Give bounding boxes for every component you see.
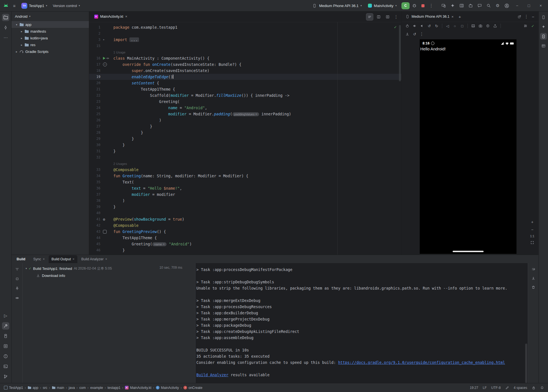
tree-item-res[interactable]: ▸res bbox=[12, 41, 89, 48]
nav-home-icon[interactable]: ○ bbox=[452, 23, 458, 29]
inspect-icon[interactable] bbox=[14, 295, 21, 301]
editor-scrollbar[interactable] bbox=[399, 25, 401, 81]
download-icon[interactable] bbox=[404, 31, 411, 37]
caret-position-widget[interactable]: 19:27 bbox=[470, 386, 478, 390]
breadcrumb-com[interactable]: com bbox=[79, 386, 86, 390]
code-line[interactable]: 18 super.onCreate(savedInstanceState) bbox=[89, 68, 401, 74]
code-line[interactable]: 17↑ override fun onCreate(savedInstanceS… bbox=[89, 61, 401, 68]
tree-item-manifests[interactable]: ▸manifests bbox=[12, 28, 89, 35]
inspections-ok-icon[interactable]: ✓ bbox=[394, 25, 397, 29]
code-line[interactable]: 15 bbox=[89, 43, 401, 49]
commit-tool-icon[interactable] bbox=[2, 24, 9, 31]
code-line[interactable]: 29 } bbox=[89, 136, 401, 142]
code-line[interactable]: 16<>class MainActivity : ComponentActivi… bbox=[89, 55, 401, 61]
more-tool-windows-icon[interactable]: ⋯ bbox=[2, 34, 9, 41]
layout-columns-icon[interactable] bbox=[458, 2, 465, 9]
close-tab-icon[interactable]: × bbox=[105, 257, 107, 261]
zoom-in-icon[interactable]: + bbox=[529, 219, 535, 225]
console-line[interactable]: > Task :app:createDebugApkListingFileRed… bbox=[196, 328, 528, 335]
volume-down-icon[interactable] bbox=[419, 23, 425, 29]
chevron-right-icon[interactable]: ▸ bbox=[19, 30, 24, 33]
running-devices-tool-icon[interactable] bbox=[540, 33, 547, 40]
run-class-gutter-icon[interactable] bbox=[103, 57, 105, 60]
console-line[interactable]: BUILD SUCCESSFUL in 10s bbox=[196, 347, 528, 353]
zoom-level-label[interactable]: 1:1 bbox=[530, 234, 534, 238]
chevron-right-icon[interactable]: ▸ bbox=[19, 37, 24, 40]
window-close-button[interactable]: × bbox=[536, 1, 546, 10]
run-tool-icon[interactable]: ▷ bbox=[2, 312, 9, 319]
filter-icon[interactable] bbox=[14, 266, 21, 273]
console-line[interactable]: > Task :app:mergeProjectDexDebug bbox=[196, 316, 528, 322]
console-line[interactable]: Consider enabling configuration cache to… bbox=[196, 359, 528, 366]
console-line[interactable]: > Task :app:processDebugResources bbox=[196, 304, 528, 310]
device-selector[interactable]: Medium Phone API 36.1 ▾ bbox=[309, 1, 364, 10]
console-scrollbar[interactable] bbox=[525, 344, 527, 383]
version-control-tool-icon[interactable] bbox=[2, 373, 9, 380]
snapshot-icon[interactable] bbox=[470, 23, 477, 29]
soft-wrap-icon[interactable] bbox=[530, 266, 537, 273]
terminal-tool-icon[interactable] bbox=[2, 363, 9, 370]
chevron-right-icon[interactable]: ▸ bbox=[14, 50, 19, 53]
editor-tab-mainactivity[interactable]: K MainActivity.kt × bbox=[91, 12, 130, 22]
code-line[interactable]: 38 ) bbox=[89, 198, 401, 204]
code-inlay-row[interactable]: 2 Usages bbox=[89, 160, 401, 167]
encoding-widget[interactable]: UTF-8 bbox=[491, 386, 501, 390]
breadcrumb-mainactivity[interactable]: CMainActivity bbox=[156, 386, 179, 390]
console-line[interactable]: > Task :app:dexBuilderDebug bbox=[196, 310, 528, 316]
code-line[interactable]: 23 Greeting( bbox=[89, 98, 401, 105]
close-tab-icon[interactable]: × bbox=[125, 14, 127, 19]
design-view-button[interactable] bbox=[384, 13, 391, 21]
console-line[interactable]: > Task :app:processDebugManifestForPacka… bbox=[196, 266, 528, 273]
tab-build-output[interactable]: Build Output× bbox=[49, 255, 77, 263]
logcat-tool-icon[interactable] bbox=[2, 332, 9, 340]
compose-gutter-icon[interactable]: <> bbox=[106, 55, 109, 61]
code-line[interactable]: 25 modifier = Modifier.padding(paddingVa… bbox=[89, 111, 401, 117]
code-line[interactable]: 34fun Greeting(name: String, modifier: M… bbox=[89, 173, 401, 179]
device-manager-tool-icon[interactable] bbox=[540, 14, 547, 21]
console-link[interactable]: https://docs.gradle.org/9.1.0/userguide/… bbox=[338, 360, 505, 365]
code-line[interactable]: 22 Scaffold(modifier = Modifier.fillMaxS… bbox=[89, 92, 401, 98]
camera-icon[interactable] bbox=[477, 23, 484, 29]
tab-build-analyzer[interactable]: Build Analyzer× bbox=[78, 255, 110, 263]
vcs-widget[interactable]: Version control ▾ bbox=[51, 1, 82, 10]
build-tool-icon[interactable] bbox=[2, 322, 9, 330]
console-line[interactable] bbox=[196, 366, 528, 372]
code-line[interactable]: 39} bbox=[89, 204, 401, 210]
code-inlay-row[interactable]: 1 Usage bbox=[89, 49, 401, 55]
debug-button[interactable] bbox=[411, 2, 418, 9]
code-line[interactable]: 40 bbox=[89, 210, 401, 216]
breadcrumb-app[interactable]: app bbox=[28, 386, 38, 390]
console-line[interactable]: > Task :app:assembleDebug bbox=[196, 335, 528, 341]
code-line[interactable]: 19 enableEdgeToEdge() bbox=[89, 74, 401, 80]
console-line[interactable]: > Task :app:stripDebugDebugSymbols bbox=[196, 279, 528, 285]
code-view-button[interactable] bbox=[366, 13, 373, 21]
code-line[interactable]: 20 setContent { bbox=[89, 80, 401, 86]
nav-overview-icon[interactable]: □ bbox=[459, 23, 466, 29]
window-maximize-button[interactable]: □ bbox=[524, 1, 534, 10]
breadcrumb-mainactivity-kt[interactable]: KMainActivity.kt bbox=[125, 386, 151, 390]
clear-console-icon[interactable] bbox=[530, 284, 537, 291]
console-line[interactable] bbox=[196, 273, 528, 279]
window-minimize-button[interactable]: − bbox=[512, 1, 522, 10]
emulator-screen[interactable]: 8:16 Hello Android! bbox=[420, 39, 516, 254]
zoom-out-icon[interactable]: − bbox=[529, 227, 535, 232]
breadcrumb-testapp1[interactable]: TestApp1 bbox=[4, 386, 23, 390]
console-line[interactable]: > Task :app:packageDebug bbox=[196, 322, 528, 328]
preview-settings-gutter-icon[interactable]: ⚙ bbox=[103, 218, 105, 221]
build-result-row[interactable]: ▾ ✓ Build TestApp1: finished At 2026-02-… bbox=[23, 263, 195, 272]
more-run-actions-icon[interactable]: ⋮ bbox=[428, 2, 435, 9]
override-gutter-icon[interactable]: ↑ bbox=[103, 62, 107, 66]
console-line[interactable]: Build Analyzer results available bbox=[196, 372, 528, 378]
run-config-selector[interactable]: MainActivity ▾ bbox=[365, 1, 399, 10]
close-device-tab-icon[interactable]: × bbox=[452, 15, 454, 19]
code-line[interactable]: 32 bbox=[89, 154, 401, 160]
device-tab[interactable]: Medium Phone API 36.1 × bbox=[404, 14, 455, 19]
console-line[interactable]: Unable to strip the following libraries,… bbox=[196, 285, 528, 291]
chevron-down-icon[interactable]: ▾ bbox=[14, 23, 19, 26]
search-icon[interactable] bbox=[485, 2, 492, 9]
chevron-down-icon[interactable]: ▾ bbox=[26, 267, 27, 270]
code-line[interactable]: 21 TestApp1Theme { bbox=[89, 86, 401, 92]
close-tab-icon[interactable]: × bbox=[73, 257, 75, 261]
breadcrumb-example[interactable]: example bbox=[90, 386, 103, 390]
code-line[interactable]: 44 TestApp1Theme { bbox=[89, 235, 401, 241]
